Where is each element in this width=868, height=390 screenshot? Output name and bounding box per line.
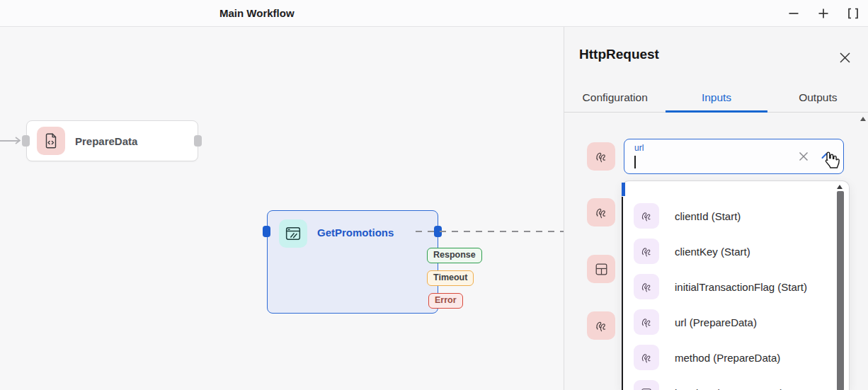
string-squiggle-icon [634, 345, 659, 370]
node-input-port[interactable] [263, 226, 270, 237]
suggestion-label: url (PrepareData) [675, 316, 757, 328]
suggestion-url[interactable]: url (PrepareData) [622, 309, 835, 335]
table-icon [587, 255, 615, 283]
suggestion-label: clientKey (Start) [675, 246, 750, 258]
suggestion-label: initialTransactionFlag (Start) [675, 281, 807, 293]
suggestion-clientid[interactable]: clientId (Start) [622, 203, 835, 229]
suggestion-headers[interactable]: headers (PrepareData) [622, 380, 835, 390]
string-squiggle-icon [634, 309, 659, 335]
string-squiggle-icon [587, 198, 615, 226]
suggestion-initialtransactionflag[interactable]: initialTransactionFlag (Start) [622, 274, 835, 299]
scrollbar-up-icon[interactable] [837, 185, 843, 189]
port-badge-timeout[interactable]: Timeout [427, 270, 474, 286]
scrollbar-thumb[interactable] [837, 191, 844, 390]
workflow-canvas[interactable]: PrepareData GetPromotions Response Timeo… [0, 27, 564, 390]
pending-edge [416, 231, 564, 232]
node-output-port[interactable] [194, 135, 202, 147]
dropdown-focus-bar [622, 183, 625, 196]
suggestion-label: clientId (Start) [675, 210, 741, 222]
fit-view-button[interactable] [845, 6, 861, 21]
port-badge-error[interactable]: Error [428, 293, 463, 309]
zoom-in-button[interactable] [816, 6, 831, 21]
zoom-out-button[interactable] [786, 6, 801, 21]
clear-icon [798, 151, 809, 162]
node-label: GetPromotions [317, 226, 394, 239]
dropdown-scrollbar[interactable] [838, 181, 847, 390]
suggestion-label: headers (PrepareData) [675, 387, 783, 390]
tab-outputs[interactable]: Outputs [767, 89, 868, 112]
edge-arrowhead-icon [13, 135, 23, 145]
close-icon [839, 52, 851, 64]
object-icon [634, 380, 659, 390]
chevron-up-icon [821, 151, 832, 160]
properties-panel: HttpRequest Configuration Inputs Outputs [564, 27, 868, 390]
topbar: Main Workflow [0, 0, 868, 27]
suggestion-method[interactable]: method (PrepareData) [622, 345, 835, 370]
dropdown-left-edge [622, 197, 623, 390]
code-file-icon [37, 127, 65, 155]
collapse-suggestions-button[interactable] [821, 151, 832, 160]
string-squiggle-icon [634, 274, 659, 299]
suggestion-clientkey[interactable]: clientKey (Start) [622, 239, 835, 264]
node-getpromotions[interactable]: GetPromotions [267, 210, 438, 314]
variable-suggestions-dropdown: clientId (Start) clientKey (Start) initi… [622, 180, 850, 390]
panel-tabs: Configuration Inputs Outputs [564, 89, 868, 113]
string-squiggle-icon [587, 311, 615, 340]
http-request-icon [279, 219, 307, 248]
url-input-field[interactable]: url [624, 139, 844, 174]
node-label: PrepareData [75, 135, 137, 147]
node-preparedata[interactable]: PrepareData [26, 120, 198, 161]
panel-close-button[interactable] [837, 50, 852, 65]
port-badge-response[interactable]: Response [427, 248, 482, 263]
plus-icon [817, 7, 830, 20]
active-tab-indicator [666, 110, 767, 113]
workflow-title: Main Workflow [219, 0, 295, 27]
fit-view-icon [847, 7, 860, 20]
text-caret [634, 156, 636, 168]
url-field-label: url [634, 143, 644, 153]
panel-scrollbar-up-icon[interactable] [860, 117, 866, 121]
canvas-zoom-controls [786, 0, 861, 27]
string-squiggle-icon [587, 142, 615, 171]
tab-configuration[interactable]: Configuration [564, 89, 666, 112]
suggestion-label: method (PrepareData) [675, 352, 780, 364]
panel-title: HttpRequest [579, 47, 659, 62]
tab-inputs[interactable]: Inputs [666, 89, 767, 112]
clear-button[interactable] [796, 149, 811, 164]
minus-icon [787, 7, 800, 20]
string-squiggle-icon [634, 239, 659, 264]
node-input-port[interactable] [22, 135, 30, 147]
string-squiggle-icon [634, 203, 659, 229]
